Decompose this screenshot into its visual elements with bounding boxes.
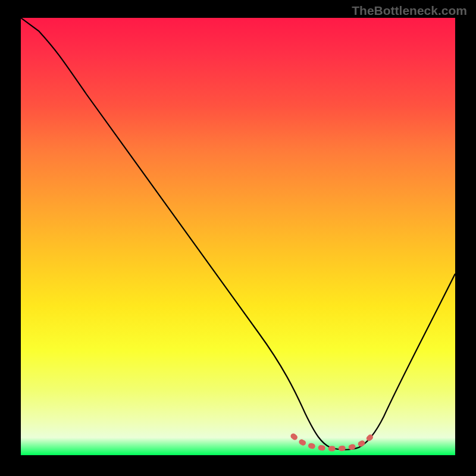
watermark-text: TheBottleneck.com <box>352 4 467 18</box>
chart-svg <box>21 18 455 455</box>
bottleneck-curve-line <box>21 18 455 450</box>
plot-area <box>21 18 455 455</box>
